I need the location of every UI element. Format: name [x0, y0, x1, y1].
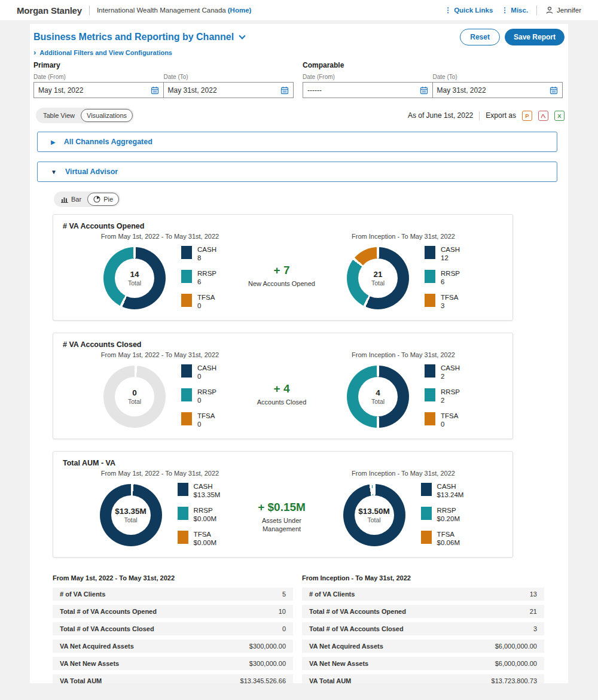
legend-value: 2: [441, 396, 460, 405]
comparable-label: Comparable: [303, 61, 563, 69]
export-excel-icon[interactable]: X: [554, 111, 565, 121]
visualizations-option[interactable]: Visualizations: [81, 109, 133, 122]
legend-value: $13.35M: [194, 491, 221, 500]
misc-menu[interactable]: ⋮ Misc.: [501, 6, 528, 14]
comparable-date-from-field[interactable]: [307, 86, 420, 95]
date-to-label: Date (To): [164, 74, 294, 80]
chart-legend: CASH $13.35M RRSP $0.00M TFSA $0.00M: [178, 483, 221, 547]
table-row: VA Net Acquired Assets $6,000,000.00: [302, 640, 544, 653]
legend-label: TFSA: [441, 294, 458, 302]
card-title: # VA Accounts Opened: [53, 221, 512, 230]
delta-value: + 7: [243, 264, 321, 277]
chart-subtitle: From Inception - To May 31st, 2022: [352, 233, 455, 240]
legend-item: TFSA 0: [425, 412, 460, 429]
comparable-date-to-input[interactable]: [432, 82, 563, 98]
page-title-dropdown[interactable]: Business Metrics and Reporting by Channe…: [33, 32, 245, 42]
additional-filters-link[interactable]: › Additional Filters and View Configurat…: [33, 49, 565, 56]
legend-swatch: [421, 483, 432, 496]
save-report-button[interactable]: Save Report: [505, 29, 565, 45]
donut-chart: 21 Total: [347, 247, 409, 309]
chart-group: From May 1st, 2022 - To May 31st, 2022 $…: [93, 470, 227, 547]
pie-chart-icon: [93, 196, 100, 203]
accordion-virtual-advisor[interactable]: ▼ Virtual Advisor: [37, 162, 557, 182]
table-row: Total # of VA Accounts Opened 10: [53, 605, 293, 618]
donut-chart: 14 Total: [103, 247, 166, 309]
delta-value: + $0.15M: [243, 501, 321, 514]
delta-value: + 4: [243, 382, 321, 395]
chart-subtitle: From May 1st, 2022 - To May 31st, 2022: [101, 351, 219, 358]
legend-swatch: [425, 294, 435, 307]
comparable-date-from-input[interactable]: [303, 82, 433, 98]
legend-value: 8: [197, 254, 216, 263]
legend-swatch: [178, 507, 188, 520]
table-row: # of VA Clients 5: [53, 588, 293, 601]
org-name: International Wealth Management Canada(H…: [97, 7, 252, 14]
legend-value: 0: [441, 420, 458, 429]
date-to-label: Date (To): [433, 74, 563, 80]
table-row: VA Net New Assets $300,000.00: [53, 657, 293, 670]
chart-group: From Inception - To May 31st, 2022 $13.5…: [336, 470, 471, 547]
calendar-icon[interactable]: [550, 86, 558, 95]
bar-chart-option[interactable]: Bar: [55, 193, 87, 206]
calendar-icon[interactable]: [420, 86, 428, 95]
reset-button[interactable]: Reset: [460, 29, 500, 45]
legend-label: CASH: [437, 483, 464, 491]
export-powerpoint-icon[interactable]: P: [522, 111, 532, 121]
donut-total: 21: [374, 270, 383, 279]
legend-value: 6: [441, 278, 460, 287]
delta-metric: + 7 New Accounts Opened: [243, 264, 321, 311]
legend-value: 0: [197, 396, 216, 405]
legend-item: TFSA $0.00M: [178, 531, 221, 547]
legend-label: RRSP: [441, 388, 460, 396]
legend-swatch: [181, 246, 192, 259]
row-label: # of VA Clients: [309, 591, 355, 598]
legend-item: RRSP $0.00M: [178, 507, 221, 524]
legend-value: $0.20M: [437, 515, 460, 524]
legend-label: CASH: [441, 364, 460, 372]
divider: [479, 111, 480, 120]
chart-type-toggle: Bar Pie: [54, 191, 120, 207]
primary-date-to-field[interactable]: [168, 86, 281, 95]
summary-table-inception: From Inception - To May 31st, 2022 # of …: [302, 574, 544, 683]
export-pdf-icon[interactable]: [538, 111, 548, 121]
pdf-glyph: [540, 112, 547, 119]
row-label: VA Total AUM: [309, 677, 351, 683]
legend-label: RRSP: [194, 507, 216, 515]
chart-legend: CASH $13.24M RRSP $0.20M TFSA $0.06M: [421, 483, 464, 547]
primary-date-from-input[interactable]: [33, 82, 164, 98]
donut-total-label: Total: [128, 398, 141, 405]
primary-date-from-field[interactable]: [38, 86, 151, 95]
legend-swatch: [421, 531, 432, 544]
chevron-down-icon: [239, 32, 246, 39]
row-value: 5: [282, 591, 286, 598]
legend-item: RRSP 0: [181, 388, 216, 405]
user-menu[interactable]: Jennifer: [545, 6, 581, 14]
row-label: Total # of VA Accounts Opened: [309, 608, 406, 615]
row-label: VA Net New Assets: [60, 660, 119, 667]
comparable-date-to-field[interactable]: [437, 86, 550, 95]
legend-swatch: [425, 388, 435, 401]
legend-value: 0: [197, 302, 215, 311]
legend-swatch: [181, 412, 192, 425]
home-link[interactable]: (Home): [228, 7, 252, 14]
legend-label: TFSA: [437, 531, 460, 538]
donut-total: 4: [376, 388, 380, 397]
delta-label: Accounts Closed: [243, 398, 321, 406]
donut-total-label: Total: [124, 516, 138, 524]
chart-legend: CASH 8 RRSP 6 TFSA 0: [181, 246, 216, 311]
legend-item: RRSP $0.20M: [421, 507, 464, 524]
legend-label: TFSA: [441, 412, 458, 420]
chart-subtitle: From May 1st, 2022 - To May 31st, 2022: [101, 233, 219, 240]
legend-value: 12: [441, 254, 460, 263]
table-view-option[interactable]: Table View: [37, 109, 81, 122]
calendar-icon[interactable]: [280, 86, 289, 95]
main-content: Business Metrics and Reporting by Channe…: [30, 24, 568, 683]
primary-date-to-input[interactable]: [163, 82, 294, 98]
calendar-icon[interactable]: [151, 86, 159, 95]
quick-links[interactable]: ⋮ Quick Links: [444, 6, 493, 14]
pie-chart-option[interactable]: Pie: [87, 193, 119, 206]
donut-total-label: Total: [371, 398, 385, 405]
accordion-all-channels[interactable]: ▶ All Channels Aggregated: [37, 132, 557, 152]
summary-tables: From May 1st, 2022 - To May 31st, 2022 #…: [53, 574, 568, 683]
chart-legend: CASH 0 RRSP 0 TFSA 0: [181, 364, 216, 429]
